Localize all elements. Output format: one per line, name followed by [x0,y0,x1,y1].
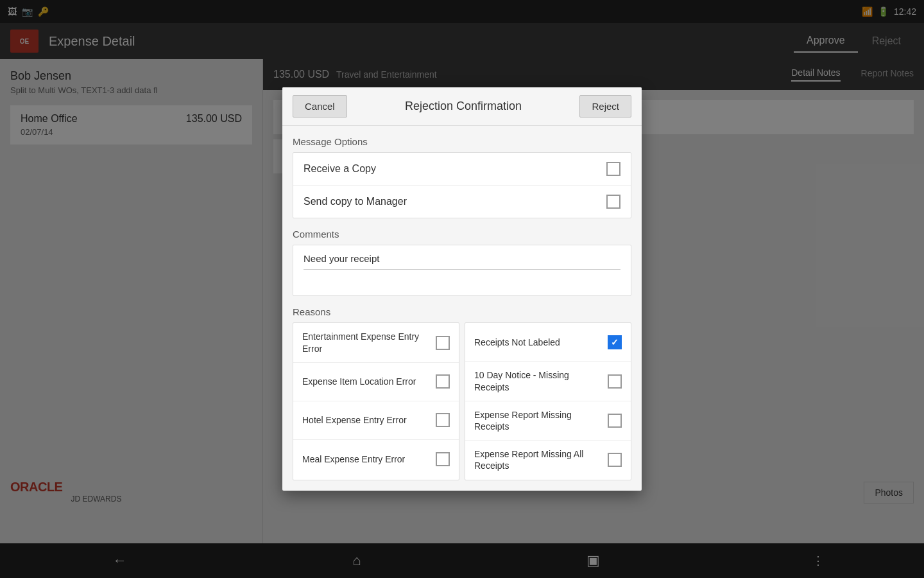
reasons-section: Reasons Entertainment Expense Entry Erro… [293,306,631,480]
reason-location-label: Expense Item Location Error [302,376,436,387]
comments-section: Comments Need your receipt [293,229,631,296]
modal-header: Cancel Rejection Confirmation Reject [282,87,642,126]
reasons-left-col: Entertainment Expense Entry Error Expens… [293,322,459,480]
receive-copy-row: Receive a Copy [293,153,631,186]
reason-row-meal: Meal Expense Entry Error [293,440,459,478]
reason-meal-checkbox[interactable] [436,452,450,466]
reason-location-checkbox[interactable] [436,374,450,389]
reason-row-receipts-labeled: Receipts Not Labeled [465,323,631,362]
comments-label: Comments [293,229,631,240]
comments-text: Need your receipt [304,253,620,264]
comments-line [304,269,620,270]
reason-receipts-labeled-label: Receipts Not Labeled [474,337,608,348]
reasons-label: Reasons [293,306,631,317]
receive-copy-checkbox[interactable] [606,162,620,176]
reasons-right-col: Receipts Not Labeled 10 Day Notice - Mis… [465,322,631,480]
send-manager-row: Send copy to Manager [293,186,631,218]
receive-copy-label: Receive a Copy [304,163,376,175]
reason-report-missing-checkbox[interactable] [608,414,622,428]
modal-title: Rejection Confirmation [405,100,522,113]
reason-hotel-label: Hotel Expense Entry Error [302,414,436,426]
reason-report-missing-all-checkbox[interactable] [608,453,622,467]
reason-hotel-checkbox[interactable] [436,413,450,427]
message-options-section: Receive a Copy Send copy to Manager [293,152,631,218]
reason-report-missing-all-label: Expense Report Missing All Receipts [474,448,608,471]
reason-day-notice-checkbox[interactable] [608,374,622,389]
reason-row-report-missing-all: Expense Report Missing All Receipts [465,441,631,479]
comments-box[interactable]: Need your receipt [293,245,631,296]
reason-receipts-labeled-checkbox[interactable] [608,335,622,349]
reason-report-missing-label: Expense Report Missing Receipts [474,409,608,432]
modal-body: Message Options Receive a Copy Send copy… [282,126,642,490]
reason-meal-label: Meal Expense Entry Error [302,453,436,465]
reason-entertainment-checkbox[interactable] [436,336,450,350]
send-manager-label: Send copy to Manager [304,196,407,207]
reason-row-hotel: Hotel Expense Entry Error [293,401,459,440]
reason-row-day-notice: 10 Day Notice - Missing Receipts [465,362,631,401]
reject-confirm-button[interactable]: Reject [579,95,631,118]
reasons-grid: Entertainment Expense Entry Error Expens… [293,322,631,480]
cancel-button[interactable]: Cancel [293,95,347,118]
send-manager-checkbox[interactable] [606,195,620,209]
modal-overlay: Cancel Rejection Confirmation Reject Mes… [0,0,924,578]
reason-row-report-missing: Expense Report Missing Receipts [465,401,631,441]
message-options-label: Message Options [293,136,631,147]
reason-row-location: Expense Item Location Error [293,363,459,401]
reason-row-entertainment: Entertainment Expense Entry Error [293,323,459,362]
reason-day-notice-label: 10 Day Notice - Missing Receipts [474,369,608,392]
rejection-modal: Cancel Rejection Confirmation Reject Mes… [282,87,642,490]
reason-entertainment-label: Entertainment Expense Entry Error [302,331,436,354]
